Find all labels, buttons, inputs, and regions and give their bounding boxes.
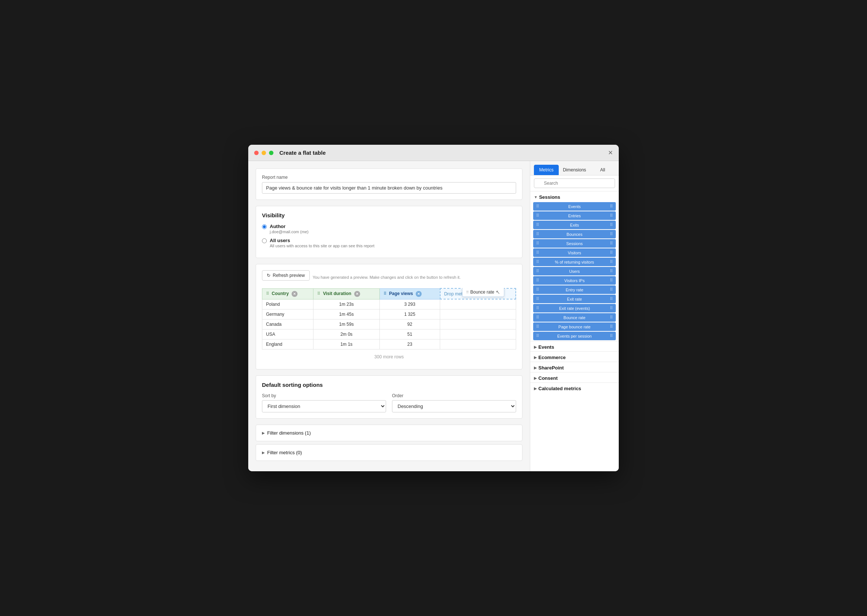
metric-exits-label: Exits [570,223,579,227]
drag-handle-exitrate-right: ⠿ [610,297,613,301]
sort-by-select[interactable]: First dimensionSecond dimensionThird dim… [262,400,386,412]
metric-entries[interactable]: ⠿ Entries ⠿ [533,211,616,220]
filter-dimensions-toggle[interactable]: ▶ Filter dimensions (1) [262,430,516,436]
ecommerce-section: ▶ Ecommerce [530,351,619,362]
drag-handle-exitrate: ⠿ [536,297,539,301]
preview-table-body: Poland 1m 23s 3 293 Germany 1m 45s 1 325 [262,299,516,349]
radio-author-input[interactable] [262,224,267,229]
main-layout: Report name Visibility Author j.doe@mail… [248,161,619,471]
col-handle-pageviews: ⠿ [383,291,386,296]
order-field: Order DescendingAscending [392,393,516,412]
radio-allusers-input[interactable] [262,239,267,243]
events-chevron: ▶ [534,345,537,349]
radio-author-label: Author [270,223,309,229]
col-pageviews-remove[interactable]: ✕ [416,291,422,297]
calc-metrics-title: Calculated metrics [538,386,581,391]
traffic-light-red[interactable] [254,151,259,155]
calc-metrics-section: ▶ Calculated metrics [530,382,619,393]
order-select[interactable]: DescendingAscending [392,400,516,412]
col-visit[interactable]: ⠿ Visit duration ✕ [314,288,379,299]
col-visit-label: Visit duration [323,291,351,296]
events-title: Events [538,344,554,350]
main-window: Create a flat table ✕ Report name Visibi… [248,145,619,471]
metric-bounce-rate[interactable]: ⠿ Bounce rate ⠿ [533,313,616,322]
radio-author-labels: Author j.doe@mail.com (me) [270,223,309,234]
sessions-title: Sessions [539,194,560,200]
cell-country-4: USA [262,329,314,339]
table-row: England 1m 1s 23 [262,339,516,349]
col-pageviews[interactable]: ⠿ Page views ✕ [379,288,440,299]
traffic-light-yellow[interactable] [262,151,266,155]
tab-dimensions[interactable]: Dimensions [560,165,590,175]
drag-handle-exits-right: ⠿ [610,223,613,227]
sessions-header[interactable]: ▼ Sessions [530,192,619,201]
cell-country-1: Poland [262,299,314,309]
col-handle-country: ⠿ [266,291,269,296]
col-pageviews-label: Page views [389,291,413,296]
sharepoint-header[interactable]: ▶ SharePoint [530,362,619,372]
drag-handle-visitors: ⠿ [536,250,539,255]
sort-by-label: Sort by [262,393,386,398]
metric-returning-visitors[interactable]: ⠿ % of returning visitors ⠿ [533,258,616,266]
metric-entry-rate[interactable]: ⠿ Entry rate ⠿ [533,285,616,294]
close-button[interactable]: ✕ [608,149,613,156]
metric-exit-rate[interactable]: ⠿ Exit rate ⠿ [533,295,616,303]
preview-table: ⠿ Country ✕ ⠿ Visit duration ✕ [262,288,516,349]
sorting-section: Default sorting options Sort by First di… [255,376,522,419]
refresh-preview-button[interactable]: ↻ Refresh preview [262,270,310,281]
drag-handle-events-right: ⠿ [610,204,613,209]
rp-search-wrap: 🔍 [530,176,619,192]
sort-row: Sort by First dimensionSecond dimensionT… [262,393,516,412]
sharepoint-section: ▶ SharePoint [530,362,619,372]
metric-bounces[interactable]: ⠿ Bounces ⠿ [533,230,616,239]
metric-exits[interactable]: ⠿ Exits ⠿ [533,221,616,229]
metric-exit-rate-events[interactable]: ⠿ Exit rate (events) ⠿ [533,304,616,313]
drag-handle-bouncerate: ⠿ [536,315,539,320]
metric-visitors-ips[interactable]: ⠿ Visitors IPs ⠿ [533,276,616,285]
cell-drop-4 [440,329,516,339]
calc-metrics-header[interactable]: ▶ Calculated metrics [530,383,619,393]
cell-drop-1 [440,299,516,309]
tab-all[interactable]: All [590,165,615,175]
tab-metrics[interactable]: Metrics [534,165,559,175]
drag-handle-entries: ⠿ [536,213,539,218]
drag-handle-bounces: ⠿ [536,232,539,237]
rp-tabs: Metrics Dimensions All [530,161,619,176]
drag-handle-eventspersession-right: ⠿ [610,333,613,338]
metric-events[interactable]: ⠿ Events ⠿ [533,202,616,211]
filter-metrics-chevron: ▶ [262,451,265,454]
title-bar: Create a flat table ✕ [248,145,619,161]
metric-sessions[interactable]: ⠿ Sessions ⠿ [533,239,616,248]
metric-users[interactable]: ⠿ Users ⠿ [533,267,616,275]
filter-metrics-toggle[interactable]: ▶ Filter metrics (0) [262,450,516,455]
right-panel: Metrics Dimensions All 🔍 ▼ Sessions ⠿ Ev… [530,161,619,471]
radio-allusers: All users All users with access to this … [262,238,516,248]
drag-handle-visitorips-right: ⠿ [610,278,613,283]
cell-views-2: 1 325 [379,309,440,319]
rp-search-input[interactable] [534,178,615,188]
cell-country-2: Germany [262,309,314,319]
cell-visit-1: 1m 23s [314,299,379,309]
col-country[interactable]: ⠿ Country ✕ [262,288,314,299]
drag-handle-sessions-right: ⠿ [610,241,613,246]
col-country-remove[interactable]: ✕ [292,291,298,297]
drag-handle-exits: ⠿ [536,223,539,227]
ecommerce-header[interactable]: ▶ Ecommerce [530,352,619,362]
report-name-section: Report name [255,168,522,200]
report-name-input[interactable] [262,182,516,193]
left-panel: Report name Visibility Author j.doe@mail… [248,161,530,471]
metric-events-per-session[interactable]: ⠿ Events per session ⠿ [533,332,616,340]
metric-visitors[interactable]: ⠿ Visitors ⠿ [533,248,616,257]
consent-header[interactable]: ▶ Consent [530,372,619,382]
drag-handle-pagebouncerate: ⠿ [536,324,539,329]
drag-handle-events: ⠿ [536,204,539,209]
metric-page-bounce-rate[interactable]: ⠿ Page bounce rate ⠿ [533,322,616,331]
radio-allusers-labels: All users All users with access to this … [270,238,374,248]
metric-exit-rate-events-label: Exit rate (events) [559,306,590,311]
sharepoint-title: SharePoint [538,365,564,371]
ecommerce-title: Ecommerce [538,355,566,360]
cell-views-3: 92 [379,319,440,329]
col-visit-remove[interactable]: ✕ [354,291,360,297]
events-header[interactable]: ▶ Events [530,341,619,351]
traffic-light-green[interactable] [269,151,273,155]
